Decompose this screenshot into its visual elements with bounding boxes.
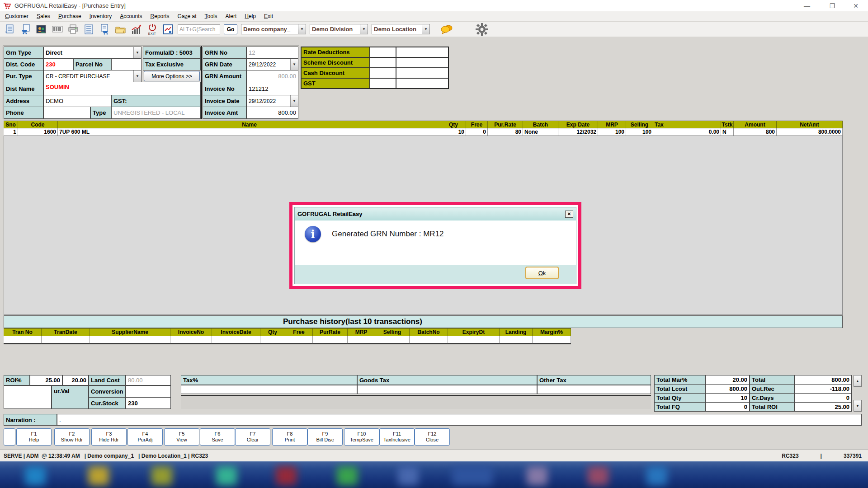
taskbar-app-blob[interactable] [452, 466, 493, 485]
menu-inventory[interactable]: Inventory [85, 12, 116, 21]
billing-icon[interactable] [4, 23, 16, 36]
cash-discount-cell2[interactable] [396, 68, 448, 78]
item-cell-amount[interactable]: 800 [734, 128, 777, 136]
fkey-f9-button[interactable]: F9Bill Disc [307, 428, 343, 446]
restore-button[interactable]: ❐ [822, 0, 843, 11]
taskbar-app-blob[interactable] [646, 466, 667, 485]
search-go-button[interactable]: Go [224, 24, 237, 34]
item-cell-batch[interactable]: None [523, 128, 558, 136]
global-search-input[interactable]: ALT+G(Search [178, 24, 220, 34]
scroll-down-icon[interactable]: ▼ [854, 400, 862, 412]
menu-accounts[interactable]: Accounts [116, 12, 146, 21]
taskbar-app-blob[interactable] [25, 466, 46, 485]
taskbar-app-blob[interactable] [216, 466, 237, 485]
dialog-close-icon[interactable]: ✕ [565, 211, 573, 218]
exit-power-icon[interactable]: EXIT [146, 23, 158, 36]
menu-customer[interactable]: Customer [1, 12, 33, 21]
analytics-chart-icon[interactable] [130, 23, 142, 36]
dist-name-input[interactable]: SOUMIN [43, 82, 201, 95]
fkey-f6-button[interactable]: F6Save [200, 428, 235, 446]
gst-deduction-cell2[interactable] [396, 78, 448, 89]
barcode-icon[interactable] [51, 23, 63, 36]
roi-value2[interactable]: 20.00 [62, 375, 89, 385]
customers-icon[interactable] [35, 23, 47, 36]
menu-exit[interactable]: Exit [260, 12, 277, 21]
menu-help[interactable]: Help [241, 12, 260, 21]
item-cell-expdate[interactable]: 12/2032 [558, 128, 598, 136]
dist-code-input[interactable]: 230 [43, 58, 73, 70]
fkey-f10-button[interactable]: F10TempSave [344, 428, 379, 446]
fkey-f4-button[interactable]: F4PurAdj [127, 428, 163, 446]
invoice-date-picker[interactable]: 29/12/2022▼ [246, 95, 298, 107]
cash-discount-cell1[interactable] [370, 68, 396, 78]
pur-type-select[interactable]: CR - CREDIT PURCHASE▼ [43, 70, 142, 82]
item-cell-code[interactable]: 1600 [18, 128, 58, 136]
phone-input[interactable] [43, 107, 90, 119]
item-cell-selling[interactable]: 100 [626, 128, 653, 136]
item-cell-qty[interactable]: 10 [441, 128, 466, 136]
scheme-discount-cell1[interactable] [370, 57, 396, 68]
menu-reports[interactable]: Reports [146, 12, 174, 21]
parcel-no-input[interactable] [111, 58, 142, 70]
fkey-f8-button[interactable]: F8Print [272, 428, 307, 446]
gst-deduction-cell1[interactable] [370, 78, 396, 89]
taskbar-app-blob[interactable] [88, 466, 109, 485]
taskbar-app-blob[interactable] [337, 466, 358, 485]
fkey-f7-button[interactable]: F7Clear [235, 428, 270, 446]
fkey-f11-button[interactable]: F11TaxInclusive [379, 428, 415, 446]
menu-alert[interactable]: Alert [222, 12, 241, 21]
reports-icon[interactable] [162, 23, 174, 36]
fkey-f12-button[interactable]: F12Close [415, 428, 450, 446]
item-cell-free[interactable]: 0 [466, 128, 488, 136]
taskbar-app-blob[interactable] [527, 466, 547, 485]
scheme-discount-cell2[interactable] [396, 57, 448, 68]
grn-date-picker[interactable]: 29/12/2022▼ [246, 58, 298, 70]
footer-blank-input[interactable] [4, 385, 52, 409]
item-cell-tstk[interactable]: N [721, 128, 734, 136]
invoice-amt-input[interactable]: 800.00 [246, 107, 298, 119]
item-list-icon[interactable] [83, 23, 95, 36]
company-select[interactable]: Demo company_▼ [241, 24, 306, 34]
fkey-blank-button[interactable] [4, 428, 15, 446]
taskbar-app-blob[interactable] [276, 466, 297, 485]
item-cell-tax[interactable]: 0.00 [653, 128, 721, 136]
close-button[interactable]: ✕ [845, 0, 866, 11]
address-input[interactable]: DEMO [43, 95, 111, 107]
location-select[interactable]: Demo Location▼ [372, 24, 430, 34]
sales-bill-cart-icon[interactable] [19, 23, 32, 36]
taskbar-app-blob[interactable] [588, 466, 609, 485]
fkey-f1-button[interactable]: F1Help [16, 428, 52, 446]
item-cell-netamt[interactable]: 800.0000 [777, 128, 843, 136]
fkey-f5-button[interactable]: F5View [164, 428, 199, 446]
fkey-f3-button[interactable]: F3Hide Hdr [91, 428, 127, 446]
grn-type-select[interactable]: Direct▼ [43, 47, 142, 59]
conversion-value[interactable] [126, 385, 171, 397]
roi-value1[interactable]: 25.00 [30, 375, 62, 385]
taskbar-app-blob[interactable] [398, 466, 419, 485]
menu-gaze-at[interactable]: Gaze at [174, 12, 201, 21]
purchase-entry-icon[interactable] [99, 23, 111, 36]
ok-button[interactable]: Ok [525, 267, 559, 279]
printer-icon[interactable] [67, 23, 79, 36]
chat-icon[interactable] [441, 23, 453, 36]
invoice-no-input[interactable]: 121212 [246, 82, 298, 95]
scroll-up-icon[interactable]: ▲ [854, 375, 862, 387]
rate-deductions-cell1[interactable] [370, 47, 396, 57]
rate-deductions-cell2[interactable] [396, 47, 448, 57]
menu-purchase[interactable]: Purchase [54, 12, 85, 21]
item-cell-sno[interactable]: 1 [4, 128, 18, 136]
narration-input[interactable]: . [57, 414, 862, 426]
fkey-f2-button[interactable]: F2Show Hdr [54, 428, 90, 446]
more-options-button[interactable]: More Options >> [144, 71, 200, 81]
menu-sales[interactable]: Sales [33, 12, 54, 21]
taskbar-app-blob[interactable] [151, 466, 172, 485]
gst-type-input[interactable]: UNREGISTERED - LOCAL [111, 107, 201, 119]
settings-gear-icon[interactable] [476, 23, 488, 36]
item-cell-purrate[interactable]: 80 [488, 128, 523, 136]
menu-tools[interactable]: Tools [201, 12, 222, 21]
division-select[interactable]: Demo Division▼ [310, 24, 368, 34]
item-cell-name[interactable]: 7UP 600 ML [58, 128, 441, 136]
item-cell-mrp[interactable]: 100 [598, 128, 626, 136]
open-folder-icon[interactable] [114, 23, 127, 36]
minimize-button[interactable]: — [797, 0, 817, 11]
